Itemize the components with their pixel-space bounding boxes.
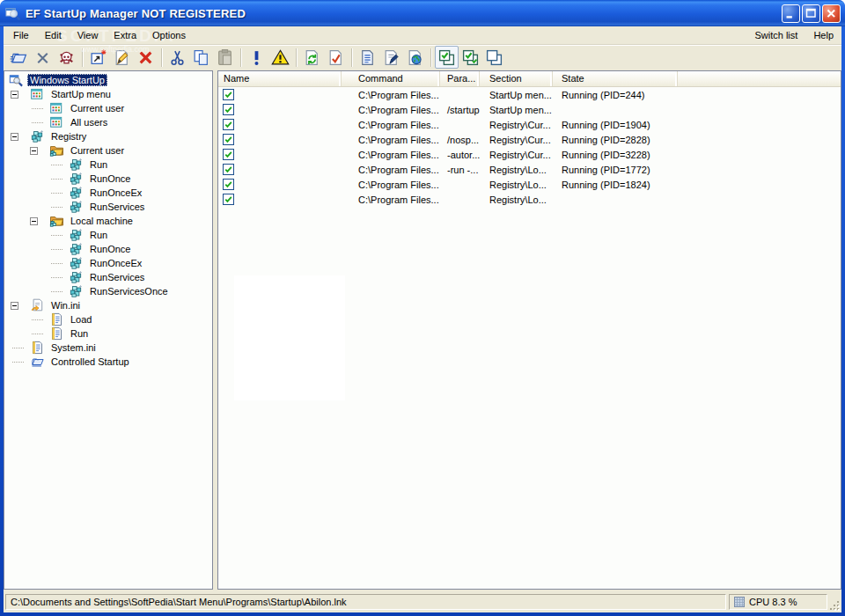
menu-edit[interactable]: Edit [37, 27, 70, 43]
list-row[interactable]: C:\Program Files... Registry\Cur... Runn… [218, 117, 841, 132]
delete-entry-button[interactable] [134, 46, 158, 69]
column-header-section[interactable]: Section [480, 71, 553, 86]
cell-state: Running (PID=3228) [553, 150, 678, 160]
window-frame: SOFTPEDIA File Edit View Extra Options S… [4, 26, 841, 612]
new-entry-button[interactable] [86, 46, 110, 69]
warning-button[interactable] [268, 46, 292, 69]
tree-indent [28, 326, 49, 341]
check-icon [224, 165, 233, 174]
menu-file[interactable]: File [5, 27, 37, 43]
list-row[interactable]: C:\Program Files... -autor... Registry\C… [218, 147, 841, 162]
check-icon [224, 90, 233, 99]
registry-blocks-icon [69, 172, 84, 186]
edit-entry-button[interactable] [110, 46, 134, 69]
app-magnifier-icon[interactable] [5, 5, 21, 21]
checkbox-checked[interactable] [223, 164, 234, 175]
paste-button[interactable] [213, 46, 237, 69]
list-row[interactable]: C:\Program Files... /startup StartUp men… [218, 102, 841, 117]
close-icon [823, 5, 840, 22]
checkbox-checked[interactable] [223, 104, 234, 115]
check-icon [224, 120, 233, 129]
menu-extra[interactable]: Extra [106, 27, 144, 43]
cell-section: Registry\Lo... [480, 194, 553, 205]
list-row[interactable]: C:\Program Files... /nosp... Registry\Cu… [218, 132, 841, 147]
tree-expander-minus-icon[interactable] [30, 217, 38, 225]
tree-item-system-ini[interactable]: System.ini [4, 341, 212, 355]
tree-item-current-user[interactable]: Current user [4, 101, 212, 115]
tree-item-all-users[interactable]: All users [4, 115, 212, 129]
kill-process-button[interactable] [55, 46, 78, 69]
open-startup-button[interactable] [7, 46, 31, 69]
maximize-icon [803, 5, 819, 22]
tree-item-runonceex[interactable]: RunOnceEx [4, 256, 212, 270]
column-header-parameter[interactable]: Para... [440, 71, 480, 86]
checkbox-checked[interactable] [223, 134, 234, 145]
tree-expander-minus-icon[interactable] [11, 133, 18, 141]
checkbox-checked[interactable] [223, 149, 234, 160]
run-now-button[interactable] [245, 46, 268, 69]
tree-item-controlled-startup[interactable]: Controlled Startup [4, 355, 212, 369]
maximize-button[interactable] [802, 4, 820, 23]
show-all-items-button[interactable] [435, 46, 459, 69]
tree-item-runonceex[interactable]: RunOnceEx [4, 186, 212, 200]
menu-view[interactable]: View [70, 27, 107, 43]
menu-folder-icon [49, 101, 64, 115]
titlebar: EF StartUp Manager NOT REGISTERED [0, 0, 845, 26]
menubar: SOFTPEDIA File Edit View Extra Options S… [4, 26, 841, 44]
tree-expander-minus-icon[interactable] [11, 91, 18, 99]
show-enabled-items-button[interactable] [459, 46, 482, 69]
checkbox-checked[interactable] [223, 179, 234, 190]
tree-expander-minus-icon[interactable] [30, 147, 38, 155]
column-header-state[interactable]: State [553, 71, 678, 86]
tree-item-runservicesonce[interactable]: RunServicesOnce [4, 284, 212, 298]
list-row[interactable]: C:\Program Files... StartUp men... Runni… [218, 87, 841, 102]
refresh-button[interactable] [300, 46, 324, 69]
checkbox-checked[interactable] [223, 89, 234, 100]
checkbox-checked[interactable] [223, 119, 234, 130]
tree-item-load[interactable]: Load [4, 312, 212, 326]
column-header-name[interactable]: Name [218, 71, 342, 86]
toolbar-separator [296, 48, 297, 67]
tree-expander-minus-icon[interactable] [11, 302, 18, 310]
list-row[interactable]: C:\Program Files... Registry\Lo... [218, 192, 841, 207]
tree-item-run[interactable]: Run [4, 228, 212, 242]
close-list-button[interactable] [31, 46, 55, 69]
checkbox-checked[interactable] [223, 194, 234, 205]
cut-button[interactable] [165, 46, 189, 69]
close-button[interactable] [822, 4, 841, 23]
show-disabled-items-button[interactable] [482, 46, 506, 69]
tree-item-runonce[interactable]: RunOnce [4, 172, 212, 186]
copy-button[interactable] [189, 46, 213, 69]
menu-options[interactable]: Options [144, 27, 194, 43]
cell-command: C:\Program Files... [342, 90, 440, 100]
column-header-command[interactable]: Command [342, 71, 440, 86]
tree-item-runonce[interactable]: RunOnce [4, 242, 212, 256]
tree-item-win-ini[interactable]: Win.ini [4, 298, 212, 312]
tree-item-run[interactable]: Run [4, 158, 212, 172]
html-report-button[interactable] [403, 46, 427, 69]
tree-item-local-machine[interactable]: Local machine [4, 214, 212, 228]
list-body: C:\Program Files... StartUp men... Runni… [218, 87, 841, 589]
tree-item-windows-startup[interactable]: Windows StartUp [4, 73, 212, 87]
cell-command: C:\Program Files... [342, 120, 440, 130]
export-button[interactable] [379, 46, 403, 69]
list-row[interactable]: C:\Program Files... -run -... Registry\L… [218, 162, 841, 177]
startup-tree: Windows StartUp StartUp menu Current use… [4, 70, 213, 590]
tree-item-run-ini[interactable]: Run [4, 326, 212, 341]
tree-item-registry-current-user[interactable]: Current user [4, 143, 212, 158]
verify-button[interactable] [324, 46, 348, 69]
list-row[interactable]: C:\Program Files... Registry\Lo... Runni… [218, 177, 841, 192]
report-button[interactable] [356, 46, 379, 69]
tree-item-runservices[interactable]: RunServices [4, 270, 212, 284]
tree-item-registry[interactable]: Registry [4, 129, 212, 143]
tree-item-runservices[interactable]: RunServices [4, 200, 212, 214]
tree-item-startup-menu[interactable]: StartUp menu [4, 87, 212, 101]
cell-state: Running (PID=1772) [553, 165, 678, 175]
menu-help[interactable]: Help [805, 27, 841, 43]
cell-section: Registry\Cur... [480, 150, 553, 160]
menu-switch-list[interactable]: Switch list [746, 27, 805, 43]
cell-state: Running (PID=244) [553, 90, 678, 100]
toolbar-separator [351, 48, 352, 67]
resize-grip[interactable] [828, 599, 841, 612]
minimize-button[interactable] [782, 4, 800, 23]
